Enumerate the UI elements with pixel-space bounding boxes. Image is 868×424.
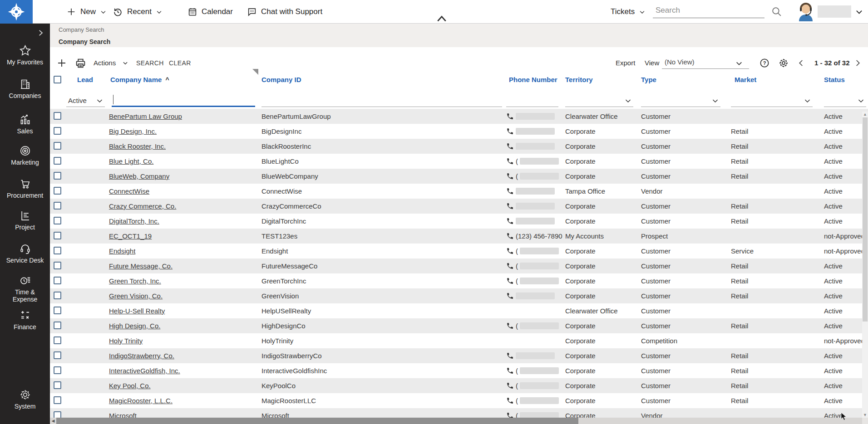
scroll-up-button[interactable]: ▲ (862, 112, 868, 117)
settings-button[interactable] (778, 58, 789, 70)
table-row[interactable]: MagicRooster, L.L.C.MagicRoosterLLC( Cor… (50, 393, 868, 408)
company-name-link[interactable]: Key Pool, Co. (109, 382, 151, 390)
table-row[interactable]: DigitalTorch, Inc.DigitalTorchIncCorpora… (50, 214, 868, 229)
phone-filter-input[interactable] (506, 93, 558, 107)
column-header-type[interactable]: Type (641, 76, 656, 83)
territory-filter-select[interactable] (565, 93, 633, 107)
row-checkbox[interactable] (54, 187, 61, 195)
horizontal-scroll-thumb[interactable] (56, 418, 578, 424)
scroll-down-button[interactable]: ▼ (862, 412, 868, 418)
horizontal-scrollbar[interactable]: ◀ (50, 418, 862, 424)
sidebar-item-system[interactable]: System (0, 389, 50, 410)
row-checkbox[interactable] (54, 142, 61, 150)
company-name-link[interactable]: Big Design, Inc. (109, 127, 157, 135)
table-row[interactable]: Black Rooster, Inc.BlackRoosterIncCorpor… (50, 139, 868, 154)
company-name-link[interactable]: EC_OCT1_19 (109, 232, 152, 240)
search-button[interactable]: SEARCH (136, 59, 164, 67)
market-filter-select[interactable] (731, 93, 813, 107)
table-row[interactable]: Crazy Commerce, Co.CrazyCommerceCoCorpor… (50, 199, 868, 214)
select-all-checkbox[interactable] (54, 76, 61, 83)
sidebar-expand-button[interactable] (37, 29, 44, 39)
company-name-link[interactable]: High Design, Co. (109, 322, 160, 330)
company-name-filter-input[interactable] (112, 93, 255, 107)
chat-support-button[interactable]: Chat with Support (247, 0, 322, 24)
company-name-link[interactable]: Blue Light, Co. (109, 157, 153, 165)
table-row[interactable]: Green Torch, Inc.GreenTorchInc( Corporat… (50, 273, 868, 288)
global-search-input[interactable]: Search (656, 6, 680, 15)
row-checkbox[interactable] (54, 157, 61, 165)
table-row[interactable]: High Design, Co.HighDesignCo( CorporateC… (50, 318, 868, 333)
view-select[interactable]: (No View) (662, 56, 749, 69)
calendar-button[interactable]: Calendar (187, 0, 233, 24)
row-checkbox[interactable] (54, 277, 61, 284)
new-button[interactable]: New (66, 0, 107, 24)
column-header-market[interactable]: Market (735, 76, 756, 83)
column-header-id[interactable]: Company ID (261, 76, 301, 83)
table-row[interactable]: Key Pool, Co.KeyPoolCo( CorporateCustome… (50, 378, 868, 393)
sidebar-item-project[interactable]: Project (0, 210, 50, 231)
sidebar-item-marketing[interactable]: Marketing (0, 145, 50, 166)
company-name-link[interactable]: Crazy Commerce, Co. (109, 202, 176, 210)
table-row[interactable]: Big Design, Inc.BigDesignIncCorporateCus… (50, 124, 868, 139)
sidebar-item-time-expense[interactable]: Time & Expense (0, 274, 50, 303)
row-checkbox[interactable] (54, 396, 61, 404)
company-name-link[interactable]: Green Torch, Inc. (109, 277, 161, 285)
company-id-filter-input[interactable] (261, 93, 502, 107)
scroll-left-button[interactable]: ◀ (50, 418, 56, 424)
row-checkbox[interactable] (54, 336, 61, 344)
table-row[interactable]: ConnectWiseConnectWiseTampa OfficeVendor… (50, 184, 868, 199)
lead-filter-select[interactable]: Active (66, 93, 105, 107)
help-button[interactable]: ? (759, 58, 770, 70)
row-checkbox[interactable] (54, 366, 61, 374)
company-name-link[interactable]: Microsoft (109, 412, 137, 418)
table-row[interactable]: Help-U-Sell RealtyHelpUSellRealtyClearwa… (50, 303, 868, 318)
table-row[interactable]: EndsightEndsight( CorporateCustomerServi… (50, 244, 868, 258)
type-filter-select[interactable] (641, 93, 720, 107)
row-checkbox[interactable] (54, 172, 61, 180)
column-header-lead[interactable]: Lead (77, 76, 93, 83)
next-page-button[interactable] (853, 59, 862, 69)
company-name-link[interactable]: DigitalTorch, Inc. (109, 217, 159, 225)
clear-button[interactable]: CLEAR (169, 59, 191, 67)
row-checkbox[interactable] (54, 247, 61, 254)
vertical-scrollbar[interactable]: ▲ ▼ (862, 112, 868, 418)
table-row[interactable]: Green Vision, Co.GreenVisionCorporateCus… (50, 288, 868, 303)
add-company-button[interactable] (56, 58, 67, 70)
company-name-link[interactable]: BlueWeb, Company (109, 172, 169, 180)
company-name-link[interactable]: Black Rooster, Inc. (109, 142, 166, 150)
export-button[interactable]: Export (616, 59, 635, 67)
table-row[interactable]: IndigoStrawberry, Co.IndigoStrawberryCoC… (50, 348, 868, 363)
sidebar-item-companies[interactable]: Companies (0, 78, 50, 99)
connectwise-logo[interactable] (0, 0, 33, 24)
column-header-name[interactable]: Company Name^ (110, 76, 169, 83)
actions-dropdown[interactable]: Actions (94, 59, 128, 67)
row-checkbox[interactable] (54, 322, 61, 329)
row-checkbox[interactable] (54, 217, 61, 224)
row-checkbox[interactable] (54, 351, 61, 359)
table-row[interactable]: BlueWeb, CompanyBlueWebCompany( Corporat… (50, 169, 868, 184)
row-checkbox[interactable] (54, 232, 61, 239)
sidebar-item-sales[interactable]: Sales (0, 113, 50, 135)
recent-button[interactable]: Recent (113, 0, 163, 24)
column-resize-marker[interactable] (252, 68, 258, 77)
table-row[interactable]: InteractiveGoldfish, Inc.InteractiveGold… (50, 363, 868, 378)
company-name-link[interactable]: Future Message, Co. (109, 262, 173, 270)
user-avatar[interactable] (795, 1, 816, 22)
tickets-dropdown[interactable]: Tickets (611, 0, 646, 24)
print-button[interactable] (75, 58, 86, 71)
row-checkbox[interactable] (54, 381, 61, 389)
table-row[interactable]: Holy TrinityHolyTrinityCorporateCompetit… (50, 333, 868, 348)
collapse-header-button[interactable] (436, 15, 448, 24)
table-row[interactable]: MicrosoftMicrosoft( CorporateVendorActiv… (50, 408, 868, 418)
previous-page-button[interactable] (797, 59, 805, 69)
row-checkbox[interactable] (54, 411, 61, 418)
company-name-link[interactable]: Holy Trinity (109, 337, 143, 345)
row-checkbox[interactable] (54, 307, 61, 314)
table-row[interactable]: Blue Light, Co.BlueLightCo( CorporateCus… (50, 154, 868, 169)
column-header-status[interactable]: Status (824, 76, 845, 83)
company-name-link[interactable]: MagicRooster, L.L.C. (109, 397, 173, 405)
company-name-link[interactable]: InteractiveGoldfish, Inc. (109, 367, 180, 375)
row-checkbox[interactable] (54, 112, 61, 120)
row-checkbox[interactable] (54, 202, 61, 210)
user-menu-chevron[interactable] (855, 8, 863, 18)
